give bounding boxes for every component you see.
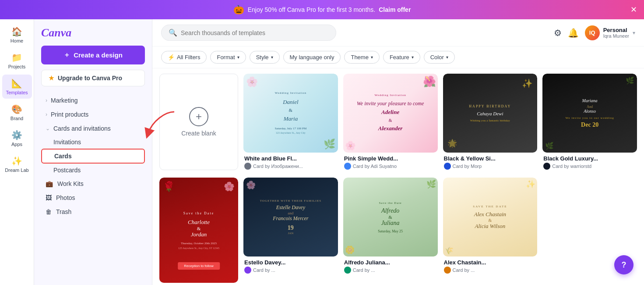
style-label: Style xyxy=(256,54,269,61)
nav-sub-cards[interactable]: Cards xyxy=(41,149,145,164)
nav-label-photos: Photos xyxy=(56,194,75,201)
template-card-4[interactable]: Mariana And Alonso We invite you to our … xyxy=(542,74,637,172)
user-plan: Iqra Muneer xyxy=(603,33,629,39)
nav-item-print-products[interactable]: › Print products xyxy=(41,107,145,121)
template-info-5: Red and White Si... Card by Raytas.co xyxy=(159,283,238,285)
format-label: Format xyxy=(217,54,235,61)
brand-icon: 🎨 xyxy=(11,104,22,114)
upgrade-label: Upgrade to Canva Pro xyxy=(58,75,122,82)
sidebar-item-home[interactable]: 🏠 Home xyxy=(2,23,32,47)
nav-sub-invitations[interactable]: Invitations xyxy=(41,135,145,149)
format-filter-button[interactable]: Format ▾ xyxy=(210,51,246,64)
nav-sub-postcards[interactable]: Postcards xyxy=(41,164,145,177)
nav-item-workkits[interactable]: 💼 Work Kits xyxy=(41,177,145,191)
language-label: My language only xyxy=(290,54,334,61)
home-icon: 🏠 xyxy=(11,26,22,37)
theme-filter-button[interactable]: Theme ▾ xyxy=(344,51,379,64)
user-avatar-section[interactable]: IQ Personal Iqra Muneer ▾ xyxy=(585,25,635,40)
style-filter-button[interactable]: Style ▾ xyxy=(250,51,280,64)
create-blank-plus-icon: + xyxy=(189,107,208,126)
theme-label: Theme xyxy=(351,54,368,61)
search-bar[interactable]: 🔍 xyxy=(161,25,336,41)
dreamlab-icon: ✨ xyxy=(11,156,22,166)
template-info-6: Estello Davey... Card by ... xyxy=(243,256,338,276)
template-info-4: Black Gold Luxury... Card by warriorstd xyxy=(542,153,637,172)
template-card-8[interactable]: SAVE THE DATE Alex Chastain & Alicia Wil… xyxy=(443,178,538,276)
template-info-7: Alfredo Juliana... Card by ... xyxy=(343,256,438,276)
template-card-7[interactable]: Save the Date Alfredo & Juliana Saturday… xyxy=(343,178,438,276)
projects-icon: 📁 xyxy=(11,52,22,63)
feature-chevron-icon: ▾ xyxy=(412,55,414,60)
style-chevron-icon: ▾ xyxy=(271,55,273,60)
template-info-3: Black & Yellow Si... Card by Morp xyxy=(443,153,538,172)
search-input[interactable] xyxy=(181,29,329,36)
template-author-1: Card by Изображени... xyxy=(244,163,337,170)
notifications-icon[interactable]: 🔔 xyxy=(568,28,579,38)
nav-item-trash[interactable]: 🗑 Trash xyxy=(41,205,145,219)
settings-icon[interactable]: ⚙ xyxy=(554,28,562,38)
template-card-2[interactable]: Wedding Invitation We invite your pleasu… xyxy=(343,74,438,172)
template-card-5[interactable]: Save the Date Charlotte & Jordan Thursda… xyxy=(159,178,238,285)
template-info-2: Pink Simple Wedd... Card by Adi Suyatno xyxy=(343,153,438,172)
canva-logo: Canva xyxy=(41,26,145,39)
template-author-4: Card by warriorstd xyxy=(543,163,636,170)
sidebar-item-projects[interactable]: 📁 Projects xyxy=(2,49,32,73)
sidebar-item-templates[interactable]: 📐 Templates xyxy=(2,75,32,99)
create-design-button[interactable]: ＋ Create a design xyxy=(41,46,145,64)
feature-label: Feature xyxy=(390,54,409,61)
sidebar-item-apps[interactable]: ⚙️ Apps xyxy=(2,126,32,150)
filters-icon: ⚡ xyxy=(168,54,175,61)
user-chevron-icon: ▾ xyxy=(633,30,635,36)
templates-icon: 📐 xyxy=(11,78,22,89)
templates-grid: + Create blank Wedding Invitation Daniel… xyxy=(159,74,637,285)
upgrade-button[interactable]: ★ Upgrade to Canva Pro xyxy=(41,70,145,86)
template-card-1[interactable]: Wedding Invitation Daniel & Maria Saturd… xyxy=(243,74,338,172)
color-filter-button[interactable]: Color ▾ xyxy=(424,51,455,64)
nav-item-photos[interactable]: 🖼 Photos xyxy=(41,191,145,205)
user-info: Personal Iqra Muneer xyxy=(603,27,629,39)
template-info-8: Alex Chastain... Card by ... xyxy=(443,256,538,276)
theme-chevron-icon: ▾ xyxy=(371,55,373,60)
create-plus-icon: ＋ xyxy=(63,51,70,59)
template-title-8: Alex Chastain... xyxy=(444,259,537,266)
promo-banner: 🎃 Enjoy 50% off Canva Pro for the first … xyxy=(0,0,644,19)
main-header: 🔍 ⚙ 🔔 IQ Personal Iqra Muneer ▾ xyxy=(152,19,644,46)
templates-section: + Create blank Wedding Invitation Daniel… xyxy=(152,68,644,285)
template-title-2: Pink Simple Wedd... xyxy=(344,155,437,162)
language-filter-button[interactable]: My language only xyxy=(283,51,341,64)
color-label: Color xyxy=(430,54,444,61)
sidebar-item-dreamlab[interactable]: ✨ Dream Lab xyxy=(2,152,32,176)
header-right: ⚙ 🔔 IQ Personal Iqra Muneer ▾ xyxy=(554,25,635,40)
nav-label-marketing: Marketing xyxy=(51,97,77,104)
sidebar: 🏠 Home 📁 Projects 📐 Templates 🎨 Brand ⚙️… xyxy=(0,19,34,285)
nav-item-cards-invitations[interactable]: ⌄ Cards and invitations xyxy=(41,121,145,135)
template-card-3[interactable]: HAPPY BIRTHDAY Cahaya Dewi Wishing you a… xyxy=(443,74,538,172)
chevron-right-icon-2: › xyxy=(46,111,47,118)
sidebar-label-apps: Apps xyxy=(11,142,22,147)
template-title-7: Alfredo Juliana... xyxy=(344,259,437,266)
sidebar-label-projects: Projects xyxy=(8,64,26,69)
user-name: Personal xyxy=(603,27,629,33)
claim-offer-link[interactable]: Claim offer xyxy=(379,6,411,13)
sidebar-label-brand: Brand xyxy=(11,116,23,121)
feature-filter-button[interactable]: Feature ▾ xyxy=(383,51,420,64)
format-chevron-icon: ▾ xyxy=(237,55,239,60)
nav-item-marketing[interactable]: › Marketing xyxy=(41,93,145,107)
sidebar-label-templates: Templates xyxy=(6,90,28,95)
banner-emoji: 🎃 xyxy=(233,4,244,15)
template-author-7: Card by ... xyxy=(344,267,437,274)
sidebar-item-brand[interactable]: 🎨 Brand xyxy=(2,100,32,125)
image-icon: 🖼 xyxy=(46,194,52,201)
template-title-1: White and Blue Fl... xyxy=(244,155,337,162)
all-filters-button[interactable]: ⚡ All Filters xyxy=(161,51,207,64)
help-button[interactable]: ? xyxy=(614,255,633,274)
chevron-right-icon: › xyxy=(46,97,47,103)
template-card-6[interactable]: TOGETHER WITH THEIR FAMILIES Estelle Dav… xyxy=(243,178,338,276)
template-title-3: Black & Yellow Si... xyxy=(444,155,537,162)
template-info-1: White and Blue Fl... Card by Изображени.… xyxy=(243,153,338,172)
close-banner-button[interactable]: ✕ xyxy=(630,5,637,14)
template-title-4: Black Gold Luxury... xyxy=(543,155,636,162)
create-blank-label: Create blank xyxy=(181,130,216,137)
all-filters-label: All Filters xyxy=(177,54,200,61)
create-blank-card[interactable]: + Create blank xyxy=(159,74,238,170)
